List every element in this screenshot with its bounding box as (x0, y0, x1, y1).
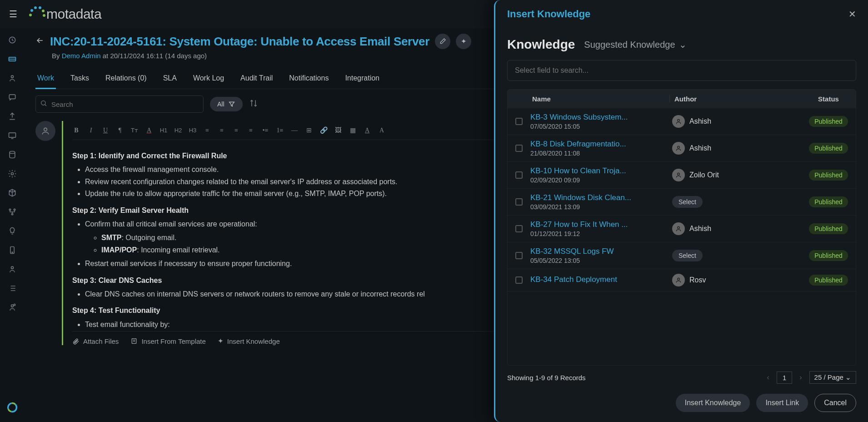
monitor-icon[interactable] (7, 130, 18, 141)
tab-notifications[interactable]: Notifications (287, 70, 330, 89)
insert-template-button[interactable]: Insert From Template (130, 337, 205, 345)
svg-point-1 (30, 9, 33, 12)
table-row: KB-32 MSSQL Logs FW 05/05/2022 13:05 Sel… (508, 242, 856, 269)
close-icon[interactable]: ✕ (848, 9, 856, 20)
align-center-icon[interactable]: ≡ (218, 127, 226, 134)
dashboard-icon[interactable] (7, 35, 18, 45)
status-badge: Published (809, 250, 848, 261)
align-justify-icon[interactable]: ≡ (247, 127, 255, 134)
kb-table-body: KB-3 Windows Subsystem... 07/05/2020 15:… (508, 108, 856, 365)
hamburger-menu[interactable]: ☰ (6, 6, 20, 22)
h2-icon[interactable]: H2 (174, 127, 182, 134)
knowledge-tab[interactable]: Knowledge (507, 37, 575, 52)
row-checkbox[interactable] (515, 225, 523, 232)
database-icon[interactable] (7, 149, 18, 160)
row-checkbox[interactable] (515, 276, 523, 284)
support-icon[interactable] (7, 302, 18, 313)
textsize-icon[interactable]: Tᴛ (130, 127, 139, 134)
sort-icon[interactable] (249, 99, 258, 110)
gear-icon[interactable] (7, 168, 18, 179)
author-link[interactable]: Demo Admin (62, 52, 101, 60)
svg-point-20 (14, 304, 15, 306)
kb-link[interactable]: KB-34 Patch Deployment (530, 275, 669, 284)
search-input[interactable] (35, 95, 204, 113)
mobile-icon[interactable] (7, 245, 18, 256)
list-icon[interactable] (7, 283, 18, 294)
table-row: KB-8 Disk Defragmentatio... 21/08/2020 1… (508, 135, 856, 162)
filter-all-chip[interactable]: All (210, 97, 243, 111)
edit-button[interactable] (435, 34, 450, 49)
tab-work[interactable]: Work (35, 70, 56, 89)
prev-page-icon[interactable]: ‹ (764, 372, 772, 382)
svg-point-19 (11, 305, 14, 307)
page-number[interactable]: 1 (777, 372, 792, 384)
cancel-button[interactable]: Cancel (814, 394, 856, 412)
bullet-list-icon[interactable]: •≡ (261, 127, 269, 134)
row-checkbox[interactable] (515, 118, 523, 125)
idea-icon[interactable] (7, 226, 18, 236)
link-icon[interactable]: 🔗 (319, 126, 328, 134)
insert-link-button[interactable]: Insert Link (756, 394, 808, 412)
flow-icon[interactable] (7, 206, 18, 217)
suggested-knowledge-tab[interactable]: Suggested Knowledge ⌄ (584, 39, 686, 50)
select-author-pill[interactable]: Select (672, 196, 703, 208)
paragraph-icon[interactable]: ¶ (116, 127, 124, 134)
tab-tasks[interactable]: Tasks (69, 70, 91, 89)
row-checkbox[interactable] (515, 252, 523, 259)
person-icon[interactable] (7, 264, 18, 275)
svg-point-4 (42, 10, 45, 12)
upload-icon[interactable] (7, 111, 18, 122)
tickets-icon[interactable] (7, 54, 18, 65)
row-checkbox[interactable] (515, 145, 523, 152)
brand-icon[interactable] (7, 402, 18, 413)
row-checkbox[interactable] (515, 198, 523, 206)
ai-button[interactable]: ✦ (456, 34, 471, 49)
svg-point-17 (12, 252, 13, 253)
logo[interactable]: motadata (26, 4, 101, 24)
kb-link[interactable]: KB-10 How to Clean Troja... (530, 166, 669, 176)
select-author-pill[interactable]: Select (672, 250, 703, 261)
ticket-title[interactable]: INC:20-11-2024-5161: System Outage: Unab… (50, 35, 429, 49)
next-page-icon[interactable]: › (797, 372, 804, 382)
svg-point-12 (11, 173, 14, 175)
table-row: KB-21 Windows Disk Clean... 03/09/2021 1… (508, 189, 856, 216)
page-size-select[interactable]: 25 / Page ⌄ (809, 371, 856, 384)
align-left-icon[interactable]: ≡ (203, 127, 211, 134)
tab-integration[interactable]: Integration (343, 70, 381, 89)
tab-sla[interactable]: SLA (161, 70, 179, 89)
kb-link[interactable]: KB-27 How to Fix It When ... (530, 220, 669, 229)
italic-icon[interactable]: I (87, 127, 95, 134)
table-icon[interactable]: ⊞ (305, 126, 313, 134)
underline-icon[interactable]: U (101, 127, 110, 134)
avatar (672, 142, 685, 155)
back-arrow-icon[interactable] (35, 36, 45, 47)
tab-audit[interactable]: Audit Trail (239, 70, 274, 89)
user-avatar (35, 121, 55, 141)
text-background-icon[interactable]: A (378, 127, 386, 134)
row-checkbox[interactable] (515, 171, 523, 179)
insert-knowledge-button[interactable]: ✦ Insert Knowledge (218, 337, 280, 345)
kb-link[interactable]: KB-21 Windows Disk Clean... (530, 193, 669, 202)
number-list-icon[interactable]: 1≡ (276, 127, 284, 134)
kb-link[interactable]: KB-3 Windows Subsystem... (530, 113, 669, 122)
attach-files-button[interactable]: Attach Files (72, 337, 119, 345)
video-icon[interactable]: ▦ (349, 126, 357, 134)
fontcolor-icon[interactable]: A (145, 127, 153, 134)
svg-point-11 (10, 151, 15, 154)
tab-relations[interactable]: Relations (0) (104, 70, 149, 89)
knowledge-search-input[interactable] (507, 60, 856, 81)
chat-icon[interactable] (7, 92, 18, 103)
h1-icon[interactable]: H1 (160, 127, 168, 134)
hr-icon[interactable]: — (290, 127, 299, 134)
users-icon[interactable] (7, 73, 18, 84)
kb-link[interactable]: KB-8 Disk Defragmentatio... (530, 140, 669, 149)
tab-worklog[interactable]: Work Log (191, 70, 226, 89)
h3-icon[interactable]: H3 (189, 127, 197, 134)
bold-icon[interactable]: B (72, 127, 80, 134)
image-icon[interactable]: 🖼 (334, 127, 342, 134)
clear-format-icon[interactable]: A (363, 127, 371, 134)
cube-icon[interactable] (7, 187, 18, 198)
insert-knowledge-submit-button[interactable]: Insert Knowledge (676, 394, 750, 412)
align-right-icon[interactable]: ≡ (232, 127, 240, 134)
kb-link[interactable]: KB-32 MSSQL Logs FW (530, 247, 669, 256)
